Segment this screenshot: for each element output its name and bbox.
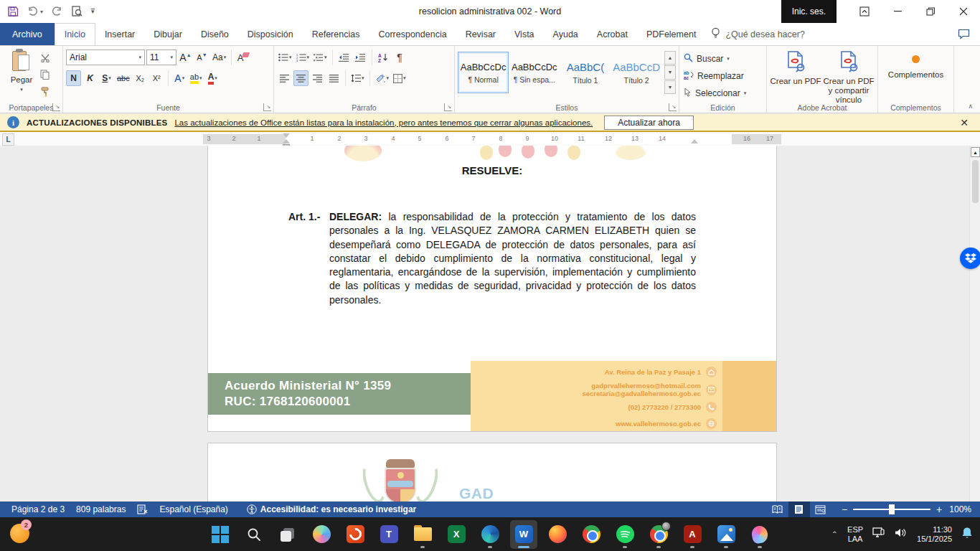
word-count[interactable]: 809 palabras: [76, 504, 126, 514]
update-link[interactable]: Las actualizaciones de Office están list…: [174, 118, 593, 127]
zoom-handle[interactable]: [889, 504, 895, 514]
right-indent-marker[interactable]: [691, 139, 698, 143]
clipboard-dialog-launcher[interactable]: ↘: [52, 103, 60, 111]
styles-dialog-launcher[interactable]: ↘: [669, 103, 677, 111]
show-marks-button[interactable]: ¶: [392, 50, 407, 65]
addins-button[interactable]: Complementos: [881, 48, 951, 100]
acrobat-icon[interactable]: A: [679, 520, 706, 549]
print-layout-button[interactable]: [788, 501, 810, 517]
pdfelement-icon[interactable]: [341, 520, 369, 549]
volume-icon[interactable]: [895, 527, 908, 541]
web-layout-button[interactable]: [810, 501, 831, 517]
bullets-button[interactable]: ▾: [277, 50, 293, 65]
zoom-out-icon[interactable]: −: [842, 506, 847, 513]
scroll-up-arrow[interactable]: ▲: [971, 147, 980, 157]
word-icon[interactable]: W: [510, 520, 537, 549]
align-left-button[interactable]: [277, 70, 292, 86]
bold-button[interactable]: N: [66, 70, 81, 86]
highlight-button[interactable]: ab▾: [189, 70, 204, 86]
taskbar-clock[interactable]: 11:30 15/1/2025: [917, 525, 952, 544]
borders-button[interactable]: ▾: [392, 70, 407, 86]
collapse-ribbon-icon[interactable]: ∧: [968, 103, 973, 110]
search-button[interactable]: [240, 520, 268, 549]
style-no-spacing[interactable]: AaBbCcDc ¶ Sin espa...: [509, 52, 560, 93]
zoom-in-icon[interactable]: +: [936, 506, 942, 513]
tab-disposicion[interactable]: Disposición: [238, 23, 303, 45]
change-case-button[interactable]: Aa▾: [211, 50, 227, 65]
close-button[interactable]: [947, 0, 980, 23]
tab-ayuda[interactable]: Ayuda: [544, 23, 588, 45]
teams-icon[interactable]: T: [375, 520, 402, 549]
read-mode-button[interactable]: [767, 501, 788, 517]
tab-pdfelement[interactable]: PDFelement: [637, 23, 705, 45]
strikethrough-button[interactable]: abc: [116, 70, 131, 86]
notification-bell-icon[interactable]: [961, 527, 973, 542]
find-button[interactable]: Buscar▾: [682, 51, 763, 66]
excel-icon[interactable]: X: [443, 520, 470, 549]
justify-button[interactable]: [326, 70, 341, 86]
tab-referencias[interactable]: Referencias: [303, 23, 369, 45]
accessibility-status[interactable]: Accesibilidad: es necesario investigar: [247, 504, 416, 514]
clear-formatting-button[interactable]: A: [235, 50, 250, 65]
underline-button[interactable]: S▾: [99, 70, 114, 86]
taskbar-notification-app[interactable]: 2: [10, 524, 29, 543]
sort-button[interactable]: AZ: [376, 50, 391, 65]
line-spacing-button[interactable]: ▾: [349, 70, 366, 86]
style-normal[interactable]: AaBbCcDc ¶ Normal: [458, 52, 509, 93]
tab-archivo[interactable]: Archivo: [0, 23, 55, 45]
chrome-profile-icon[interactable]: [645, 520, 672, 549]
create-pdf-share-button[interactable]: Crear un PDF y compartir vínculo: [823, 48, 875, 105]
edge-icon[interactable]: [476, 520, 504, 549]
paint-icon[interactable]: [746, 520, 773, 549]
style-heading1[interactable]: AaBbC( Título 1: [560, 52, 611, 93]
vertical-scrollbar[interactable]: ▲: [969, 146, 980, 501]
copilot-icon[interactable]: [308, 520, 335, 549]
font-color-button[interactable]: A▾: [205, 70, 220, 86]
replace-button[interactable]: abac Reemplazar: [682, 68, 763, 83]
font-size-combo[interactable]: 11▾: [146, 50, 176, 65]
horizontal-ruler[interactable]: 3 2 1 1 2 3 4 5 6 7 8 9 10 11 12 13 14 1…: [203, 134, 781, 144]
start-button[interactable]: [207, 520, 234, 549]
document-page-2[interactable]: GAD PARROQUIAL: [207, 443, 777, 501]
numbering-button[interactable]: 123▾: [295, 50, 311, 65]
tab-diseno[interactable]: Diseño: [192, 23, 238, 45]
text-effects-button[interactable]: A▾: [172, 70, 187, 86]
font-dialog-launcher[interactable]: ↘: [263, 103, 271, 111]
multilevel-list-button[interactable]: ▾: [312, 50, 329, 65]
document-canvas[interactable]: RESUELVE: Art. 1.- DELEGAR: la responsab…: [0, 146, 980, 501]
update-now-button[interactable]: Actualizar ahora: [604, 116, 694, 130]
tab-stop-selector[interactable]: L: [2, 133, 14, 146]
increase-indent-button[interactable]: [353, 50, 368, 65]
italic-button[interactable]: K: [83, 70, 98, 86]
tell-me-box[interactable]: ¿Qué desea hacer?: [711, 23, 805, 45]
styles-scroll-up[interactable]: ▲: [664, 51, 676, 65]
message-close-icon[interactable]: ✕: [960, 117, 973, 128]
style-heading2[interactable]: AaBbCcD Título 2: [611, 52, 662, 93]
copy-icon[interactable]: [40, 70, 50, 83]
tab-dibujar[interactable]: Dibujar: [144, 23, 192, 45]
align-center-button[interactable]: [293, 70, 308, 86]
minimize-button[interactable]: [881, 0, 914, 23]
styles-scroll-down[interactable]: ▼: [664, 65, 676, 79]
dropbox-badge-icon[interactable]: [960, 248, 980, 269]
zoom-level[interactable]: 100%: [949, 504, 971, 514]
format-painter-icon[interactable]: [40, 87, 50, 100]
tab-revisar[interactable]: Revisar: [456, 23, 505, 45]
shrink-font-button[interactable]: A▼: [194, 50, 209, 65]
subscript-button[interactable]: X₂: [133, 70, 148, 86]
task-view-button[interactable]: [274, 520, 301, 549]
paragraph-dialog-launcher[interactable]: ↘: [444, 103, 452, 111]
scroll-thumb[interactable]: [972, 160, 979, 203]
file-explorer-icon[interactable]: [409, 520, 436, 549]
ribbon-display-options-button[interactable]: [848, 0, 881, 23]
document-page-1[interactable]: RESUELVE: Art. 1.- DELEGAR: la responsab…: [207, 146, 777, 432]
firefox-icon[interactable]: [544, 520, 571, 549]
superscript-button[interactable]: X²: [149, 70, 164, 86]
tab-vista[interactable]: Vista: [505, 23, 544, 45]
language-switcher[interactable]: ESP LAA: [847, 525, 863, 543]
grow-font-button[interactable]: A▲: [178, 50, 193, 65]
paste-button[interactable]: Pegar ▾: [3, 48, 40, 100]
network-icon[interactable]: [872, 527, 885, 542]
font-family-combo[interactable]: Arial▾: [66, 50, 145, 65]
styles-gallery-more[interactable]: ▼: [664, 80, 676, 94]
